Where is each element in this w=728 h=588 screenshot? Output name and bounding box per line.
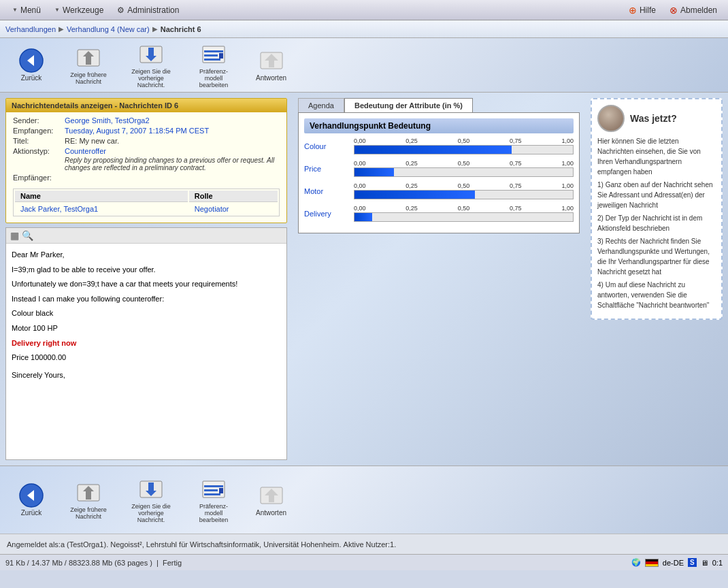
received-row: Empfangen: Tuesday, August 7, 2007 1:18:… — [13, 127, 280, 135]
bottom-toolbar: Zurück Zeige frühere Nachricht Zeigen Si… — [0, 466, 728, 534]
message-details-body: Sender: George Smith, TestOrga2 Empfange… — [6, 112, 286, 223]
back-button-bottom[interactable]: Zurück — [11, 480, 52, 519]
breadcrumb-sep-1: ▶ — [59, 25, 64, 33]
attr-row-delivery: Delivery 0,000,250,500,751,00 — [304, 205, 574, 222]
show-earlier-label: Zeige frühere Nachricht — [68, 71, 109, 85]
help-label: Hilfe — [640, 5, 656, 15]
attr-row-price: Price 0,000,250,500,751,00 — [304, 160, 574, 177]
view-icon[interactable]: ▦ — [10, 230, 19, 241]
prefs-button-bottom[interactable]: Präferenz-modell bearbeiten — [188, 474, 239, 526]
body-line4: Instead I can make you following counter… — [12, 293, 281, 306]
attr-row-motor: Motor 0,000,250,500,751,00 — [304, 182, 574, 199]
left-panel: Nachrichtendetails anzeigen - Nachrichte… — [0, 93, 293, 466]
breadcrumb-item-1[interactable]: Verhandlungen — [5, 25, 56, 33]
reply-button-bottom[interactable]: Antworten — [250, 480, 292, 519]
search-icon[interactable]: 🔍 — [22, 230, 33, 241]
was-jetzt-panel: Was jetzt? Hier können Sie die letzten N… — [585, 93, 728, 466]
sender-value: George Smith, TestOrga2 — [65, 116, 150, 125]
menu-dropdown-arrow: ▼ — [12, 7, 18, 13]
was-jetzt-intro: Hier können Sie die letzten Nachrichten … — [597, 136, 716, 177]
status-right: 🌍 de-DE S 🖥 0:1 — [631, 558, 723, 567]
was-jetzt-item4: 4) Um auf diese Nachricht zu antworten, … — [597, 280, 716, 310]
monitor-icon: 🖥 — [701, 559, 708, 567]
breadcrumb: Verhandlungen ▶ Verhandlung 4 (New car) … — [0, 20, 728, 38]
subject-value: RE: My new car. — [65, 137, 119, 145]
svg-rect-22 — [204, 493, 220, 495]
attr-row-colour: Colour 0,000,250,500,751,00 — [304, 137, 574, 154]
breadcrumb-item-2[interactable]: Verhandlung 4 (New car) — [67, 25, 150, 33]
recipient-role: Negotiator — [189, 203, 278, 214]
sender-row: Sender: George Smith, TestOrga2 — [13, 116, 280, 125]
show-previous-label-bottom: Zeigen Sie die vorherige Nachricht. — [131, 503, 171, 523]
attr-rows-container: Colour 0,000,250,500,751,00 Price 0,000,… — [304, 137, 574, 222]
top-menu-bar: ▼ Menü ▼ Werkzeuge ⚙ Administration ⊕ Hi… — [0, 0, 728, 20]
show-earlier-button-bottom[interactable]: Zeige frühere Nachricht — [63, 478, 114, 523]
recipients-col-name: Name — [15, 191, 188, 202]
subject-row: Titel: RE: My new car. — [13, 137, 280, 145]
status-text: Angemeldet als:a (TestOrga1). Negoisst²,… — [7, 540, 342, 549]
show-earlier-button[interactable]: Zeige frühere Nachricht — [63, 43, 114, 88]
help-icon: ⊕ — [629, 5, 637, 16]
was-jetzt-content: Hier können Sie die letzten Nachrichten … — [597, 136, 716, 310]
menu-dropdown[interactable]: ▼ Menü — [5, 4, 48, 16]
breadcrumb-item-3: Nachricht 6 — [161, 25, 201, 33]
body-line5: Colour black — [12, 308, 281, 320]
body-line9: Sincerely Yours, — [12, 370, 281, 382]
admin-label: Administration — [127, 5, 179, 15]
was-jetzt-item3: 3) Rechts der Nachricht finden Sie Verha… — [597, 236, 716, 277]
attr-scale-price: 0,000,250,500,751,00 — [354, 160, 574, 177]
reply-button[interactable]: Antworten — [250, 46, 292, 84]
center-panel: Agenda Bedeutung der Attribute (in %) Ve… — [293, 93, 585, 466]
attr-name-delivery: Delivery — [304, 210, 348, 218]
tools-label: Werkzeuge — [63, 5, 103, 15]
prefs-label: Präferenz-modell bearbeiten — [193, 68, 234, 88]
message-body-container: ▦ 🔍 Dear Mr Parker, I=39;m glad to be ab… — [5, 227, 287, 460]
locale-text: de-DE — [663, 559, 684, 567]
message-mini-toolbar: ▦ 🔍 — [6, 228, 286, 244]
show-previous-button-bottom[interactable]: Zeigen Sie die vorherige Nachricht. — [125, 474, 177, 526]
tab-agenda[interactable]: Agenda — [298, 98, 344, 112]
body-line8: Price 100000.00 — [12, 352, 281, 364]
svg-rect-20 — [204, 485, 223, 487]
received-value: Tuesday, August 7, 2007 1:18:54 PM CEST — [65, 127, 209, 135]
recipients-label: Empfänger: — [13, 174, 61, 182]
action-type-label: Aktionstyp: — [13, 147, 61, 155]
attr-scale-delivery: 0,000,250,500,751,00 — [354, 205, 574, 222]
main-content: Nachrichtendetails anzeigen - Nachrichte… — [0, 93, 728, 466]
recipients-col-role: Rolle — [189, 191, 278, 202]
subject-label: Titel: — [13, 137, 61, 145]
back-button[interactable]: Zurück — [11, 46, 52, 84]
recipient-name: Jack Parker, TestOrga1 — [15, 203, 188, 214]
svg-rect-21 — [204, 489, 218, 491]
s-icon: S — [688, 558, 697, 567]
reply-label-bottom: Antworten — [256, 509, 286, 517]
body-line6: Motor 100 HP — [12, 323, 281, 335]
attr-name-colour: Colour — [304, 142, 348, 150]
bottom-status-bar: 91 Kb / 14.37 Mb / 88323.88 Mb (63 pages… — [0, 554, 728, 570]
action-type-desc: Reply by proposing binding changes to a … — [65, 157, 280, 172]
admin-dropdown[interactable]: ⚙ Administration — [110, 4, 186, 16]
show-previous-button[interactable]: Zeigen Sie die vorherige Nachricht. — [125, 39, 177, 91]
negotiation-header: Verhandlungspunkt Bedeutung — [304, 118, 574, 133]
was-jetzt-box: Was jetzt? Hier können Sie die letzten N… — [591, 98, 723, 320]
size-info: 91 Kb / 14.37 Mb / 88323.88 Mb (63 pages… — [5, 559, 626, 567]
prefs-button[interactable]: Präferenz-modell bearbeiten — [188, 39, 239, 91]
tools-dropdown[interactable]: ▼ Werkzeuge — [48, 4, 110, 16]
active-users: Aktive Nutzer:1. — [344, 540, 397, 549]
flag-icon — [645, 558, 659, 567]
message-details-title: Nachrichtendetails anzeigen - Nachrichte… — [6, 99, 286, 112]
svg-rect-23 — [219, 488, 223, 493]
help-button[interactable]: ⊕ Hilfe — [623, 3, 661, 17]
size-info-text: 91 Kb / 14.37 Mb / 88323.88 Mb (63 pages… — [5, 559, 152, 567]
was-jetzt-item2: 2) Der Typ der Nachricht ist in dem Akti… — [597, 213, 716, 233]
tab-content-attribute-meaning: Verhandlungspunkt Bedeutung Colour 0,000… — [298, 112, 580, 233]
was-jetzt-item1: 1) Ganz oben auf der Nachricht sehen Sie… — [597, 180, 716, 210]
show-earlier-label-bottom: Zeige frühere Nachricht — [68, 506, 109, 520]
tab-attribute-meaning[interactable]: Bedeutung der Attribute (in %) — [344, 98, 473, 112]
logout-button[interactable]: ⊗ Abmelden — [664, 3, 723, 17]
reply-label: Antworten — [256, 74, 286, 82]
message-body: Dear Mr Parker, I=39;m glad to be able t… — [6, 244, 286, 459]
logout-icon: ⊗ — [669, 5, 678, 16]
received-label: Empfangen: — [13, 127, 61, 135]
avatar — [597, 105, 625, 132]
